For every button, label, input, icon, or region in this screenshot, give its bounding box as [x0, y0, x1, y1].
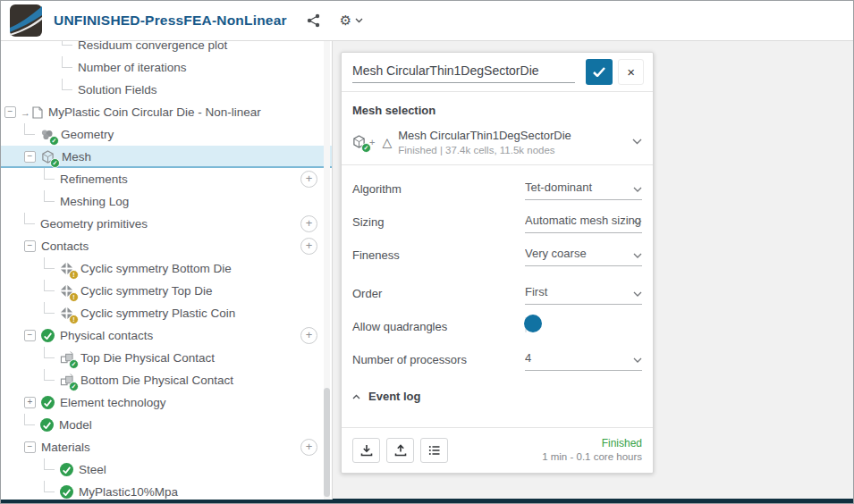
warning-badge: !: [69, 270, 79, 280]
tree-scrollbar[interactable]: [324, 41, 330, 500]
mesh-item-status: Finished | 37.4k cells, 11.5k nodes: [398, 145, 571, 155]
tree-item-model[interactable]: Model: [1, 414, 332, 436]
tree-item-materials[interactable]: − Materials +: [1, 436, 332, 458]
tree-connector: [44, 481, 55, 492]
collapse-icon[interactable]: −: [24, 330, 36, 341]
mesh-item-name: Mesh CircularThin1DegSectorDie: [398, 129, 571, 142]
panel-header: ×: [342, 53, 653, 91]
project-title: UNFINISHED-PressFEA-NonLinear: [54, 13, 287, 29]
log-list-button[interactable]: [420, 438, 448, 463]
cyclic-symmetry-icon: !: [60, 307, 75, 321]
tree-connector: [44, 458, 55, 470]
tree-connector: [62, 56, 72, 68]
cyclic-symmetry-icon: !: [60, 262, 75, 276]
chevron-down-icon: [632, 139, 642, 145]
field-fineness: Fineness Very coarse: [342, 239, 653, 272]
order-select[interactable]: First: [525, 283, 642, 305]
mesh-selection-heading: Mesh selection: [342, 92, 653, 121]
settings-menu[interactable]: ⚙: [340, 13, 363, 29]
event-log-label: Event log: [368, 390, 421, 403]
cyclic-symmetry-icon: !: [60, 284, 75, 298]
algorithm-select[interactable]: Tet-dominant: [525, 179, 642, 200]
download-button[interactable]: [352, 438, 380, 463]
run-time: 1 min - 0.1 core hours: [542, 450, 642, 465]
chevron-up-icon: [352, 394, 360, 399]
expand-icon[interactable]: +: [24, 397, 36, 408]
add-physical-contact-button[interactable]: +: [300, 327, 317, 344]
run-status: Finished 1 min - 0.1 core hours: [542, 436, 642, 465]
tree-item-top-die-physical-contact[interactable]: ✓ Top Die Physical Contact: [1, 347, 332, 369]
tree-connector: [44, 257, 55, 269]
add-geometry-primitive-button[interactable]: +: [300, 215, 317, 232]
tree-item-cyclic-symmetry-bottom-die[interactable]: ! Cyclic symmetry Bottom Die: [1, 257, 332, 280]
tree-item-cyclic-symmetry-plastic-coin[interactable]: ! Cyclic symmetry Plastic Coin: [1, 302, 332, 324]
tree-item-bottom-die-physical-contact[interactable]: ✓ Bottom Die Physical Contact: [1, 369, 332, 391]
tree-item-number-of-iterations[interactable]: Number of iterations: [1, 56, 332, 79]
mesh-name-input[interactable]: [352, 61, 575, 83]
tree-item-solution-fields[interactable]: Solution Fields: [1, 79, 332, 101]
tree-item-refinements[interactable]: Refinements +: [1, 168, 332, 190]
tree-item-myplastic[interactable]: MyPlastic10%Mpa: [1, 481, 332, 500]
toggle-knob: [524, 315, 542, 332]
collapse-icon[interactable]: −: [4, 106, 16, 118]
mesh-settings-panel: × Mesh selection ✓ + △ Mesh CircularThin…: [341, 52, 654, 474]
fineness-select[interactable]: Very coarse: [525, 245, 642, 266]
upload-icon: [394, 444, 407, 457]
collapse-icon[interactable]: −: [24, 151, 36, 163]
tree-item-cyclic-symmetry-top-die[interactable]: ! Cyclic symmetry Top Die: [1, 280, 332, 302]
allow-quadrangles-toggle[interactable]: [525, 317, 527, 332]
tree-item-simulation-root[interactable]: − → MyPlastic Coin Circular Die - Non-li…: [1, 101, 332, 123]
close-button[interactable]: ×: [618, 59, 644, 85]
tree-connector: [44, 302, 55, 314]
tree-item-physical-contacts[interactable]: − Physical contacts +: [1, 324, 332, 347]
success-check-icon: [60, 485, 73, 499]
tree-item-mesh[interactable]: − ✓ Mesh: [1, 146, 332, 168]
simulation-tree: Residuum convergence plot Number of iter…: [1, 41, 333, 500]
add-refinement-button[interactable]: +: [300, 171, 317, 188]
share-icon[interactable]: [307, 13, 320, 28]
tree-scrollbar-thumb[interactable]: [324, 388, 330, 497]
settings-fields: Algorithm Tet-dominant Sizing Automatic …: [342, 165, 653, 376]
add-material-button[interactable]: +: [300, 439, 317, 456]
field-label: Order: [352, 287, 525, 300]
warning-badge: !: [69, 315, 79, 324]
field-sizing: Sizing Automatic mesh sizing: [342, 206, 653, 239]
event-log-expander[interactable]: Event log: [342, 376, 653, 408]
tree-connector: [44, 190, 55, 202]
download-icon: [360, 444, 373, 457]
check-badge: ✓: [69, 382, 79, 391]
success-check-icon: [41, 396, 55, 409]
tree-item-residuum-plot[interactable]: Residuum convergence plot: [1, 41, 332, 56]
physical-contact-icon: ✓: [60, 374, 75, 388]
list-icon: [428, 444, 441, 457]
tree-item-geometry[interactable]: ✓ Geometry: [1, 123, 332, 146]
processors-select[interactable]: 4: [525, 349, 642, 371]
tree-connector: [44, 347, 55, 358]
upload-button[interactable]: [386, 438, 414, 463]
check-badge: ✓: [361, 143, 371, 153]
sizing-select[interactable]: Automatic mesh sizing: [525, 212, 642, 233]
app-logo: [10, 4, 42, 37]
collapse-icon[interactable]: −: [24, 441, 36, 453]
tree-item-element-technology[interactable]: + Element technology: [1, 391, 332, 414]
warning-badge: !: [69, 292, 79, 302]
import-arrow-icon: →: [21, 107, 30, 118]
tree-connector: [44, 280, 55, 291]
tree-connector: [24, 213, 35, 224]
tree-connector: [44, 168, 55, 180]
physical-contact-icon: ✓: [60, 351, 75, 365]
geometry-icon: ✓: [40, 128, 55, 142]
tree-item-meshing-log[interactable]: Meshing Log: [1, 190, 332, 213]
success-check-icon: [60, 463, 73, 476]
field-label: Algorithm: [352, 182, 525, 196]
document-icon: [32, 106, 43, 119]
field-label: Fineness: [352, 248, 525, 262]
gear-icon: ⚙: [340, 13, 351, 29]
apply-button[interactable]: [586, 59, 613, 85]
tree-item-contacts[interactable]: − Contacts +: [1, 235, 332, 257]
mesh-selection-item[interactable]: ✓ + △ Mesh CircularThin1DegSectorDie Fin…: [342, 121, 653, 164]
collapse-icon[interactable]: −: [24, 240, 36, 252]
add-contact-button[interactable]: +: [300, 238, 317, 255]
tree-item-steel[interactable]: Steel: [1, 458, 332, 481]
tree-item-geometry-primitives[interactable]: Geometry primitives +: [1, 213, 332, 235]
